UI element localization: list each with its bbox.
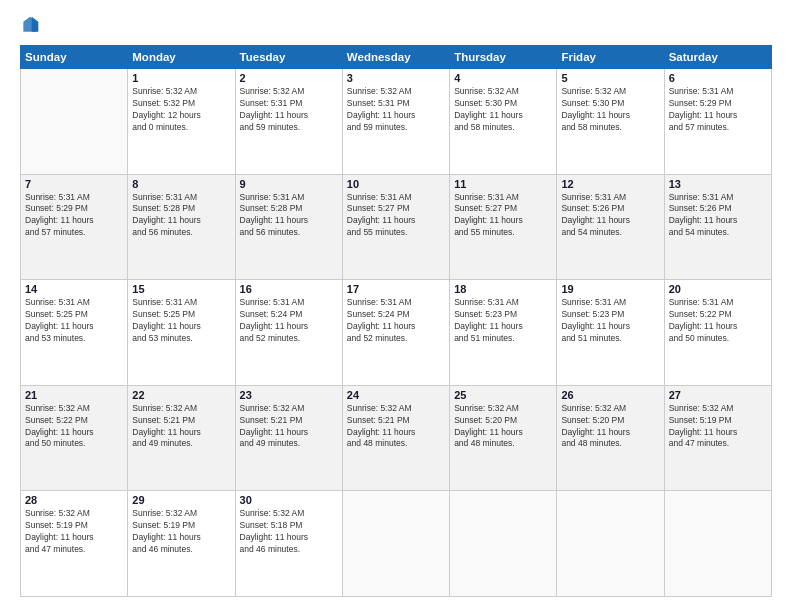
calendar-day-cell: 18Sunrise: 5:31 AM Sunset: 5:23 PM Dayli…	[450, 280, 557, 386]
day-number: 17	[347, 283, 445, 295]
calendar-day-cell: 13Sunrise: 5:31 AM Sunset: 5:26 PM Dayli…	[664, 174, 771, 280]
day-info: Sunrise: 5:32 AM Sunset: 5:22 PM Dayligh…	[25, 403, 123, 451]
calendar-day-cell	[557, 491, 664, 597]
logo	[20, 15, 44, 35]
day-info: Sunrise: 5:31 AM Sunset: 5:26 PM Dayligh…	[669, 192, 767, 240]
calendar-day-cell: 28Sunrise: 5:32 AM Sunset: 5:19 PM Dayli…	[21, 491, 128, 597]
calendar-day-cell: 20Sunrise: 5:31 AM Sunset: 5:22 PM Dayli…	[664, 280, 771, 386]
day-info: Sunrise: 5:32 AM Sunset: 5:30 PM Dayligh…	[561, 86, 659, 134]
day-number: 12	[561, 178, 659, 190]
day-number: 21	[25, 389, 123, 401]
calendar-header-thursday: Thursday	[450, 46, 557, 69]
calendar-header-saturday: Saturday	[664, 46, 771, 69]
day-number: 19	[561, 283, 659, 295]
day-number: 28	[25, 494, 123, 506]
calendar-week-row: 7Sunrise: 5:31 AM Sunset: 5:29 PM Daylig…	[21, 174, 772, 280]
day-number: 14	[25, 283, 123, 295]
calendar-day-cell: 15Sunrise: 5:31 AM Sunset: 5:25 PM Dayli…	[128, 280, 235, 386]
day-info: Sunrise: 5:31 AM Sunset: 5:26 PM Dayligh…	[561, 192, 659, 240]
day-number: 23	[240, 389, 338, 401]
calendar-day-cell: 10Sunrise: 5:31 AM Sunset: 5:27 PM Dayli…	[342, 174, 449, 280]
day-number: 15	[132, 283, 230, 295]
calendar-day-cell: 5Sunrise: 5:32 AM Sunset: 5:30 PM Daylig…	[557, 69, 664, 175]
day-info: Sunrise: 5:31 AM Sunset: 5:29 PM Dayligh…	[669, 86, 767, 134]
calendar-header-monday: Monday	[128, 46, 235, 69]
calendar-day-cell: 22Sunrise: 5:32 AM Sunset: 5:21 PM Dayli…	[128, 385, 235, 491]
calendar-day-cell: 3Sunrise: 5:32 AM Sunset: 5:31 PM Daylig…	[342, 69, 449, 175]
day-info: Sunrise: 5:31 AM Sunset: 5:27 PM Dayligh…	[347, 192, 445, 240]
calendar-day-cell: 21Sunrise: 5:32 AM Sunset: 5:22 PM Dayli…	[21, 385, 128, 491]
day-number: 18	[454, 283, 552, 295]
day-info: Sunrise: 5:31 AM Sunset: 5:27 PM Dayligh…	[454, 192, 552, 240]
day-info: Sunrise: 5:32 AM Sunset: 5:31 PM Dayligh…	[347, 86, 445, 134]
day-number: 27	[669, 389, 767, 401]
day-info: Sunrise: 5:31 AM Sunset: 5:23 PM Dayligh…	[561, 297, 659, 345]
calendar-table: SundayMondayTuesdayWednesdayThursdayFrid…	[20, 45, 772, 597]
calendar-day-cell: 7Sunrise: 5:31 AM Sunset: 5:29 PM Daylig…	[21, 174, 128, 280]
day-info: Sunrise: 5:32 AM Sunset: 5:18 PM Dayligh…	[240, 508, 338, 556]
day-number: 9	[240, 178, 338, 190]
day-info: Sunrise: 5:31 AM Sunset: 5:24 PM Dayligh…	[240, 297, 338, 345]
calendar-header-row: SundayMondayTuesdayWednesdayThursdayFrid…	[21, 46, 772, 69]
day-number: 13	[669, 178, 767, 190]
day-info: Sunrise: 5:31 AM Sunset: 5:24 PM Dayligh…	[347, 297, 445, 345]
calendar-day-cell: 25Sunrise: 5:32 AM Sunset: 5:20 PM Dayli…	[450, 385, 557, 491]
calendar-day-cell: 12Sunrise: 5:31 AM Sunset: 5:26 PM Dayli…	[557, 174, 664, 280]
day-number: 30	[240, 494, 338, 506]
calendar-header-tuesday: Tuesday	[235, 46, 342, 69]
day-info: Sunrise: 5:31 AM Sunset: 5:25 PM Dayligh…	[132, 297, 230, 345]
calendar-day-cell: 9Sunrise: 5:31 AM Sunset: 5:28 PM Daylig…	[235, 174, 342, 280]
day-number: 6	[669, 72, 767, 84]
day-number: 22	[132, 389, 230, 401]
day-info: Sunrise: 5:32 AM Sunset: 5:20 PM Dayligh…	[561, 403, 659, 451]
day-number: 10	[347, 178, 445, 190]
day-info: Sunrise: 5:31 AM Sunset: 5:28 PM Dayligh…	[240, 192, 338, 240]
day-info: Sunrise: 5:32 AM Sunset: 5:19 PM Dayligh…	[132, 508, 230, 556]
day-number: 11	[454, 178, 552, 190]
calendar-day-cell: 30Sunrise: 5:32 AM Sunset: 5:18 PM Dayli…	[235, 491, 342, 597]
day-number: 3	[347, 72, 445, 84]
page: SundayMondayTuesdayWednesdayThursdayFrid…	[0, 0, 792, 612]
calendar-day-cell: 4Sunrise: 5:32 AM Sunset: 5:30 PM Daylig…	[450, 69, 557, 175]
day-number: 2	[240, 72, 338, 84]
day-info: Sunrise: 5:31 AM Sunset: 5:23 PM Dayligh…	[454, 297, 552, 345]
calendar-day-cell: 29Sunrise: 5:32 AM Sunset: 5:19 PM Dayli…	[128, 491, 235, 597]
calendar-header-wednesday: Wednesday	[342, 46, 449, 69]
day-info: Sunrise: 5:32 AM Sunset: 5:21 PM Dayligh…	[240, 403, 338, 451]
calendar-week-row: 1Sunrise: 5:32 AM Sunset: 5:32 PM Daylig…	[21, 69, 772, 175]
calendar-day-cell	[664, 491, 771, 597]
calendar-day-cell: 19Sunrise: 5:31 AM Sunset: 5:23 PM Dayli…	[557, 280, 664, 386]
calendar-day-cell: 17Sunrise: 5:31 AM Sunset: 5:24 PM Dayli…	[342, 280, 449, 386]
day-info: Sunrise: 5:31 AM Sunset: 5:22 PM Dayligh…	[669, 297, 767, 345]
calendar-day-cell	[21, 69, 128, 175]
day-number: 7	[25, 178, 123, 190]
day-info: Sunrise: 5:31 AM Sunset: 5:29 PM Dayligh…	[25, 192, 123, 240]
calendar-day-cell: 27Sunrise: 5:32 AM Sunset: 5:19 PM Dayli…	[664, 385, 771, 491]
day-number: 1	[132, 72, 230, 84]
day-number: 29	[132, 494, 230, 506]
calendar-header-friday: Friday	[557, 46, 664, 69]
calendar-day-cell: 14Sunrise: 5:31 AM Sunset: 5:25 PM Dayli…	[21, 280, 128, 386]
calendar-day-cell: 8Sunrise: 5:31 AM Sunset: 5:28 PM Daylig…	[128, 174, 235, 280]
calendar-week-row: 14Sunrise: 5:31 AM Sunset: 5:25 PM Dayli…	[21, 280, 772, 386]
day-info: Sunrise: 5:32 AM Sunset: 5:30 PM Dayligh…	[454, 86, 552, 134]
calendar-week-row: 28Sunrise: 5:32 AM Sunset: 5:19 PM Dayli…	[21, 491, 772, 597]
day-info: Sunrise: 5:32 AM Sunset: 5:32 PM Dayligh…	[132, 86, 230, 134]
day-number: 26	[561, 389, 659, 401]
day-info: Sunrise: 5:31 AM Sunset: 5:28 PM Dayligh…	[132, 192, 230, 240]
day-info: Sunrise: 5:32 AM Sunset: 5:21 PM Dayligh…	[347, 403, 445, 451]
calendar-day-cell	[342, 491, 449, 597]
day-info: Sunrise: 5:32 AM Sunset: 5:31 PM Dayligh…	[240, 86, 338, 134]
calendar-day-cell: 11Sunrise: 5:31 AM Sunset: 5:27 PM Dayli…	[450, 174, 557, 280]
day-number: 24	[347, 389, 445, 401]
logo-icon	[20, 15, 40, 35]
calendar-header-sunday: Sunday	[21, 46, 128, 69]
day-number: 5	[561, 72, 659, 84]
calendar-week-row: 21Sunrise: 5:32 AM Sunset: 5:22 PM Dayli…	[21, 385, 772, 491]
header	[20, 15, 772, 35]
day-info: Sunrise: 5:32 AM Sunset: 5:19 PM Dayligh…	[669, 403, 767, 451]
day-number: 20	[669, 283, 767, 295]
calendar-day-cell: 2Sunrise: 5:32 AM Sunset: 5:31 PM Daylig…	[235, 69, 342, 175]
calendar-day-cell: 24Sunrise: 5:32 AM Sunset: 5:21 PM Dayli…	[342, 385, 449, 491]
day-info: Sunrise: 5:31 AM Sunset: 5:25 PM Dayligh…	[25, 297, 123, 345]
